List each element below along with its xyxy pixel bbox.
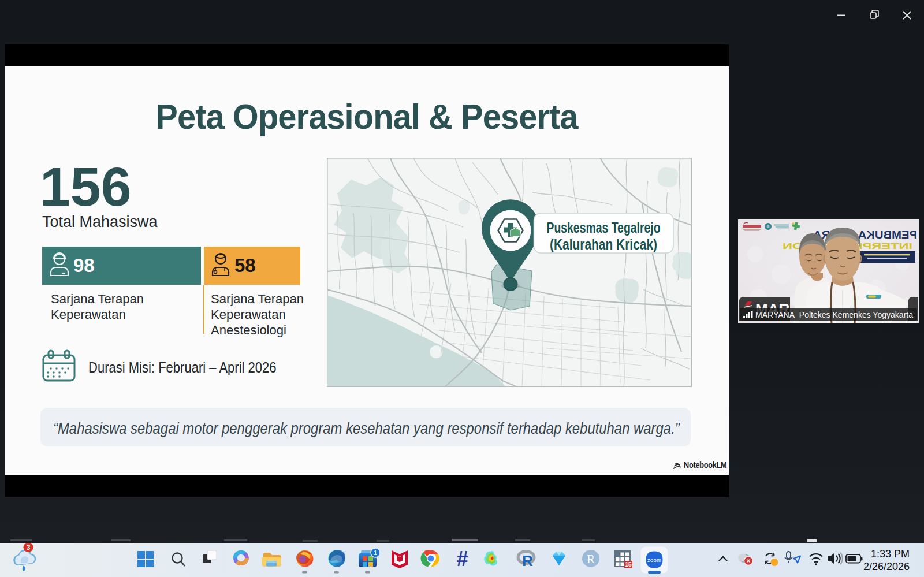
svg-text:MARYANA_Poltekes Kemenkes Yogy: MARYANA_Poltekes Kemenkes Yogyakarta — [755, 310, 914, 319]
svg-text:zoom: zoom — [647, 557, 661, 563]
svg-text:15: 15 — [625, 561, 632, 568]
svg-text:(Kalurahan Kricak): (Kalurahan Kricak) — [550, 236, 657, 253]
svg-text:R: R — [522, 552, 533, 569]
svg-text:1: 1 — [374, 549, 377, 556]
svg-text:R: R — [587, 552, 595, 566]
svg-text:Puskesmas Tegalrejo: Puskesmas Tegalrejo — [547, 219, 661, 236]
svg-text:#: # — [456, 547, 468, 571]
svg-text:3: 3 — [27, 544, 31, 552]
